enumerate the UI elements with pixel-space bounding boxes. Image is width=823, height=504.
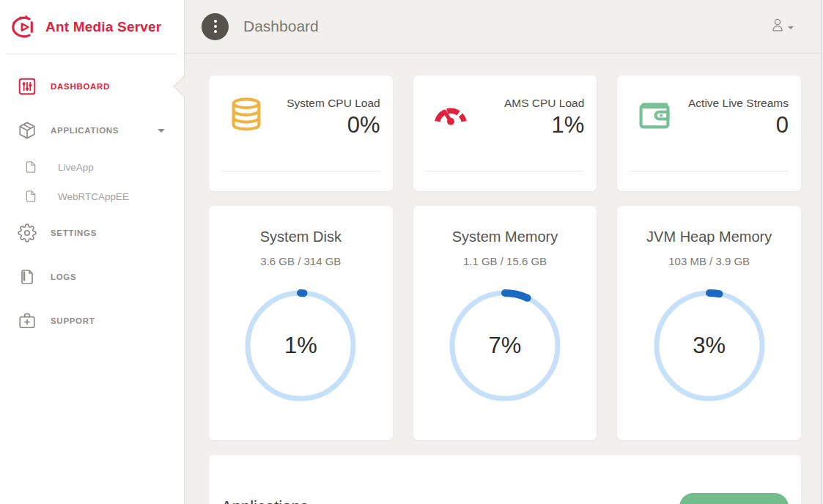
circular-gauge: 7% xyxy=(445,286,565,406)
sidebar-item-liveapp[interactable]: LiveApp xyxy=(0,152,184,182)
chevron-down-icon xyxy=(788,26,794,29)
file-icon xyxy=(21,190,40,203)
gauge-card-system-memory: System Memory 1.1 GB / 15.6 GB 7% xyxy=(413,206,597,440)
card-divider xyxy=(426,171,585,171)
gauge-detail: 3.6 GB / 314 GB xyxy=(209,255,393,267)
gauge-card-system-disk: System Disk 3.6 GB / 314 GB 1% xyxy=(209,206,393,440)
applications-panel: Applications New Application xyxy=(209,455,801,504)
logs-icon xyxy=(18,268,37,286)
sliders-icon xyxy=(18,77,37,96)
sidebar: Ant Media Server DASHBOARD xyxy=(0,0,185,504)
sidebar-item-label: APPLICATIONS xyxy=(51,126,119,135)
ant-media-logo-icon xyxy=(10,15,38,40)
stat-card-ams-cpu: AMS CPU Load 1% xyxy=(413,75,597,191)
sidebar-item-label: WebRTCAppEE xyxy=(58,191,129,202)
stat-value: 1% xyxy=(504,112,584,138)
gauge-detail: 103 MB / 3.9 GB xyxy=(617,255,801,267)
gear-icon xyxy=(18,223,37,242)
gauge-title: System Memory xyxy=(413,229,597,245)
dashboard-content: System CPU Load 0% xyxy=(185,53,823,504)
brand[interactable]: Ant Media Server xyxy=(0,0,184,53)
file-icon xyxy=(21,160,40,174)
user-menu[interactable] xyxy=(770,17,794,36)
stat-value: 0% xyxy=(287,112,380,138)
stat-cards-row: System CPU Load 0% xyxy=(209,75,801,191)
card-divider xyxy=(221,171,380,171)
package-icon xyxy=(18,121,37,140)
speedometer-icon xyxy=(432,95,470,136)
support-icon xyxy=(18,311,37,330)
gauge-percent: 1% xyxy=(240,286,361,406)
sidebar-item-label: LiveApp xyxy=(58,162,94,173)
wallet-icon xyxy=(635,95,673,136)
brand-name: Ant Media Server xyxy=(45,19,161,35)
stat-value: 0 xyxy=(688,112,789,138)
new-application-button[interactable]: New Application xyxy=(679,493,789,504)
gauge-title: JVM Heap Memory xyxy=(617,229,801,245)
sidebar-item-label: SUPPORT xyxy=(51,316,95,325)
gauge-card-jvm-heap: JVM Heap Memory 103 MB / 3.9 GB 3% xyxy=(617,206,801,440)
chevron-down-icon xyxy=(158,129,165,133)
gauge-percent: 3% xyxy=(649,286,770,406)
page-title: Dashboard xyxy=(243,18,319,35)
stat-label: AMS CPU Load xyxy=(504,95,584,111)
circular-gauge: 1% xyxy=(240,286,361,406)
sidebar-item-applications[interactable]: APPLICATIONS xyxy=(0,108,184,152)
database-icon xyxy=(227,95,265,136)
user-icon xyxy=(770,17,786,36)
gauge-cards-row: System Disk 3.6 GB / 314 GB 1% System Me… xyxy=(209,206,801,440)
main-area: Dashboard xyxy=(185,0,823,504)
sidebar-item-webrtcappee[interactable]: WebRTCAppEE xyxy=(0,182,184,211)
applications-title: Applications xyxy=(221,497,309,504)
gauge-detail: 1.1 GB / 15.6 GB xyxy=(413,255,597,267)
circular-gauge: 3% xyxy=(649,286,770,406)
sidebar-item-dashboard[interactable]: DASHBOARD xyxy=(0,64,184,108)
stat-label: Active Live Streams xyxy=(688,95,789,111)
stat-card-system-cpu: System CPU Load 0% xyxy=(209,75,393,191)
stat-label: System CPU Load xyxy=(287,95,380,111)
stat-card-active-streams: Active Live Streams 0 xyxy=(617,75,801,191)
gauge-percent: 7% xyxy=(445,286,565,406)
menu-kebab-button[interactable] xyxy=(202,13,229,40)
top-header: Dashboard xyxy=(185,0,823,53)
sidebar-item-label: LOGS xyxy=(51,273,76,281)
sidebar-item-settings[interactable]: SETTINGS xyxy=(0,211,184,255)
sidebar-item-label: DASHBOARD xyxy=(51,82,110,91)
sidebar-item-label: SETTINGS xyxy=(51,229,97,237)
gauge-title: System Disk xyxy=(209,229,393,245)
sidebar-nav: DASHBOARD APPLICATIONS xyxy=(0,54,184,343)
sidebar-item-logs[interactable]: LOGS xyxy=(0,255,184,299)
card-divider xyxy=(630,171,789,171)
sidebar-item-support[interactable]: SUPPORT xyxy=(0,299,184,343)
